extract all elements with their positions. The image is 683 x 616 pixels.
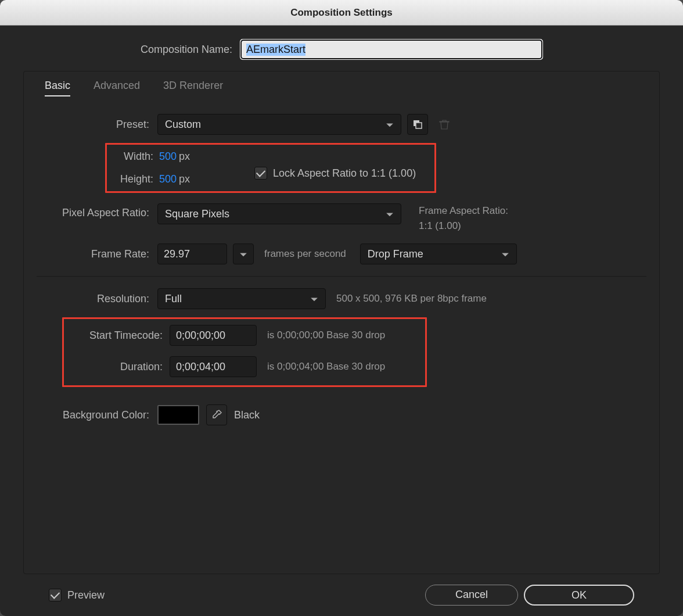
window-title: Composition Settings xyxy=(290,7,393,19)
pixel-aspect-row: Pixel Aspect Ratio: Square Pixels Frame … xyxy=(37,203,646,233)
height-unit: px xyxy=(179,173,190,185)
chevron-down-icon xyxy=(239,250,247,258)
resolution-value: Full xyxy=(165,293,182,305)
cancel-button[interactable]: Cancel xyxy=(425,585,518,606)
frame-rate-input[interactable]: 29.97 xyxy=(157,243,227,264)
width-row: Width: 500 px xyxy=(115,151,426,163)
lock-aspect-row: Lock Aspect Ratio to 1:1 (1.00) xyxy=(254,167,416,180)
eyedropper-button[interactable] xyxy=(206,404,227,425)
save-preset-button[interactable] xyxy=(407,114,428,135)
divider xyxy=(37,276,646,277)
preset-select[interactable]: Custom xyxy=(157,114,401,135)
frame-rate-label: Frame Rate: xyxy=(37,248,157,260)
duration-input[interactable]: 0;00;04;00 xyxy=(170,356,257,377)
footer: Preview Cancel OK xyxy=(23,574,660,616)
pixel-aspect-label: Pixel Aspect Ratio: xyxy=(37,203,157,219)
preview-label: Preview xyxy=(67,589,105,601)
width-value[interactable]: 500 xyxy=(159,151,177,163)
duration-row: Duration: 0;00;04;00 is 0;00;04;00 Base … xyxy=(72,356,417,377)
start-timecode-input[interactable]: 0;00;00;00 xyxy=(170,325,257,346)
preset-label: Preset: xyxy=(37,119,157,131)
chevron-down-icon xyxy=(386,120,394,128)
chevron-down-icon xyxy=(386,210,394,218)
tab-basic[interactable]: Basic xyxy=(45,80,70,96)
composition-name-row: Composition Name: xyxy=(23,40,660,59)
timecode-highlight: Start Timecode: 0;00;00;00 is 0;00;00;00… xyxy=(62,317,427,387)
composition-name-input[interactable] xyxy=(240,40,542,59)
width-label: Width: xyxy=(115,151,159,163)
save-preset-icon xyxy=(412,119,423,130)
content: Composition Name: Basic Advanced 3D Rend… xyxy=(0,26,683,616)
lock-aspect-label: Lock Aspect Ratio to 1:1 (1.00) xyxy=(273,167,416,180)
eyedropper-icon xyxy=(211,409,222,421)
tab-advanced[interactable]: Advanced xyxy=(94,80,140,96)
composition-settings-window: Composition Settings Composition Name: B… xyxy=(0,0,683,616)
start-timecode-label: Start Timecode: xyxy=(72,330,163,342)
width-unit: px xyxy=(179,151,190,163)
duration-hint: is 0;00;04;00 Base 30 drop xyxy=(267,361,385,373)
background-color-row: Background Color: Black xyxy=(37,402,646,428)
tabs: Basic Advanced 3D Renderer xyxy=(37,77,646,96)
delete-preset-button[interactable] xyxy=(434,114,455,135)
svg-rect-1 xyxy=(416,123,422,128)
preview-checkbox[interactable] xyxy=(49,589,62,601)
frame-rate-dropdown[interactable] xyxy=(233,243,254,264)
start-timecode-row: Start Timecode: 0;00;00;00 is 0;00;00;00… xyxy=(72,325,417,346)
titlebar: Composition Settings xyxy=(0,0,683,26)
drop-frame-select[interactable]: Drop Frame xyxy=(360,243,517,264)
lock-aspect-checkbox[interactable] xyxy=(254,167,267,180)
chevron-down-icon xyxy=(501,250,509,258)
background-color-name: Black xyxy=(234,409,260,421)
background-color-swatch[interactable] xyxy=(157,405,199,425)
tab-3d-renderer[interactable]: 3D Renderer xyxy=(163,80,223,96)
resolution-row: Resolution: Full 500 x 500, 976 KB per 8… xyxy=(37,286,646,311)
frame-aspect-label: Frame Aspect Ratio: xyxy=(419,203,508,219)
chevron-down-icon xyxy=(310,295,318,303)
composition-name-label: Composition Name: xyxy=(141,44,232,56)
preset-row: Preset: Custom xyxy=(37,112,646,137)
pixel-aspect-value: Square Pixels xyxy=(165,208,229,220)
resolution-hint: 500 x 500, 976 KB per 8bpc frame xyxy=(336,293,487,305)
duration-label: Duration: xyxy=(72,361,163,373)
frame-aspect-value: 1:1 (1.00) xyxy=(419,219,508,234)
trash-icon xyxy=(438,119,450,130)
dimensions-highlight: Width: 500 px Height: 500 px Lock Aspect… xyxy=(105,143,436,193)
background-color-label: Background Color: xyxy=(37,409,157,421)
drop-frame-value: Drop Frame xyxy=(368,248,423,260)
frame-rate-row: Frame Rate: 29.97 frames per second Drop… xyxy=(37,241,646,267)
settings-panel: Basic Advanced 3D Renderer Preset: Custo… xyxy=(23,71,660,574)
resolution-select[interactable]: Full xyxy=(157,288,326,309)
ok-button[interactable]: OK xyxy=(524,585,634,606)
preset-value: Custom xyxy=(165,119,201,131)
height-value[interactable]: 500 xyxy=(159,173,177,185)
resolution-label: Resolution: xyxy=(37,293,157,305)
height-label: Height: xyxy=(115,173,159,185)
fps-label: frames per second xyxy=(264,248,346,260)
pixel-aspect-select[interactable]: Square Pixels xyxy=(157,203,401,224)
frame-aspect-hint: Frame Aspect Ratio: 1:1 (1.00) xyxy=(419,203,508,233)
start-timecode-hint: is 0;00;00;00 Base 30 drop xyxy=(267,330,385,341)
